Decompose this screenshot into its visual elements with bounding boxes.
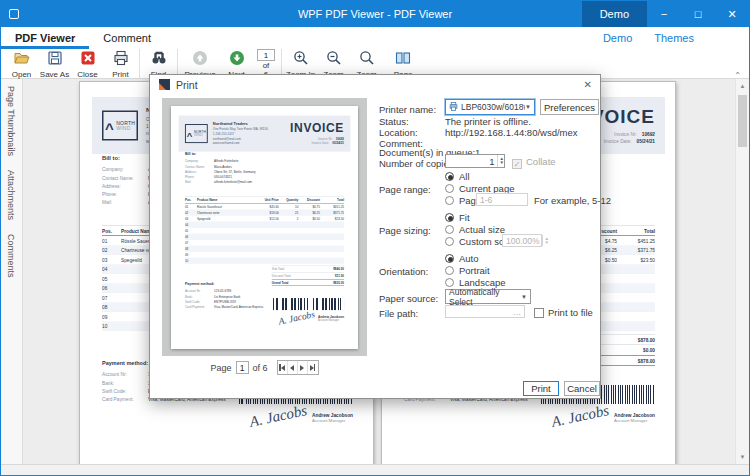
custom-scale-input[interactable]: 100.00% ▲▼ [502,234,542,247]
sidebar-item-page-thumbnails[interactable]: Page Thumbnails [6,79,16,163]
cancel-button[interactable]: Cancel [564,381,600,396]
tab-comment[interactable]: Comment [89,27,165,49]
print-to-file-checkbox[interactable] [534,308,544,318]
paper-source-combo[interactable]: Automatically Select ▼ [445,289,531,304]
printer-name-label: Printer name: [379,104,436,115]
company-name: Northwind Traders [213,122,268,126]
sidebar-item-attachments[interactable]: Attachments [6,163,16,227]
copies-spinner[interactable]: ▲▼ [497,155,504,167]
pages-hint: For example, 5-12 [534,195,611,206]
radio-current-page[interactable] [445,184,454,193]
page-range-label: Page range: [379,184,431,195]
company-info-line: www.northwind.com [213,141,268,146]
close-document-button[interactable]: Close [71,49,104,79]
radio-all[interactable] [445,172,454,181]
status-label: Status: [379,116,409,127]
previous-up-arrow-icon [192,50,208,70]
radio-portrait[interactable] [445,266,454,275]
save-icon [47,50,63,70]
printer-small-icon [449,102,458,113]
collate-checkbox[interactable]: ✓ [512,159,522,169]
print-dialog-icon [159,79,170,92]
demo-badge[interactable]: Demo [582,1,647,27]
combo-arrow-icon: ▼ [521,294,527,300]
bill-to-label: Contact Name: [102,174,148,182]
payment-label: Card Payment: [185,305,214,310]
range-all-option[interactable]: All [445,171,470,182]
invoice-document: ^ NORTHWIND Northwind Traders One Portal… [171,106,358,349]
sizing-actual-option[interactable]: Actual size [445,224,505,235]
orientation-auto-option[interactable]: Auto [445,253,479,264]
print-button[interactable]: Print [104,49,137,79]
invoice-items-table: Pos.Product NameUnit PriceQuantityDiscou… [185,197,344,264]
save-as-button[interactable]: Save As [38,49,71,79]
preferences-button[interactable]: Preferences [540,99,599,115]
signature-script: A. Jacobs [248,403,308,429]
scrollbar-thumb[interactable] [738,95,747,147]
file-path-input[interactable]: ... [445,305,525,318]
sidebar-item-comments[interactable]: Comments [6,227,16,285]
custom-scale-spinner[interactable]: ▲▼ [542,235,549,246]
print-dialog-titlebar: Print [150,75,600,95]
status-bar [1,464,749,476]
printer-name-value: LBP6030w/6018w [461,102,525,112]
print-confirm-button[interactable]: Print [523,381,559,396]
payment-label: Bank: [102,379,148,387]
vertical-scrollbar[interactable]: ▲ ▼ [735,79,749,464]
demo-link[interactable]: Demo [603,32,632,44]
scroll-down-icon[interactable]: ▼ [736,450,749,464]
invoice-col-header: Pos. [185,198,197,201]
preview-page-navigation: Page of 6 [162,360,367,375]
northwind-logo: ^ NORTHWIND [102,111,138,141]
invoice-date-label: Invoice Date: [604,138,632,144]
invoice-table-header: Pos.Product NameUnit PriceQuantityDiscou… [185,197,344,204]
next-page-nav-button[interactable] [298,361,308,374]
printer-name-combo[interactable]: LBP6030w/6018w ▼ [445,99,535,115]
ribbon: PDF Viewer Comment Demo Themes Open ▼ [1,27,749,79]
dialog-close-icon[interactable]: ✕ [584,79,592,90]
browse-button[interactable]: ... [513,306,524,317]
sizing-fit-option[interactable]: Fit [445,212,470,223]
radio-auto[interactable] [445,254,454,263]
page-number-input[interactable] [257,49,275,61]
minimize-button[interactable]: − [647,1,681,27]
collate-label: Collate [526,156,556,167]
last-page-button[interactable] [308,361,318,374]
radio-actual-size[interactable] [445,225,454,234]
signature-role: Account Manager [614,418,655,423]
first-page-button[interactable] [278,361,288,374]
scroll-up-icon[interactable]: ▲ [736,79,749,93]
collate-option: ✓Collate [512,156,556,169]
bill-to-label: Company: [102,166,148,174]
orientation-portrait-option[interactable]: Portrait [445,265,490,276]
invoice-col-header: Pos. [102,228,121,234]
file-path-label: File path: [379,308,418,319]
zoom-in-icon [293,50,309,70]
copies-input[interactable]: 1 ▲▼ [445,154,505,168]
paper-source-label: Paper source: [379,293,438,304]
combo-arrow-icon: ▼ [525,104,531,110]
radio-fit[interactable] [445,213,454,222]
pages-input[interactable]: 1-6 [476,193,528,206]
bill-to-label: Address: [102,182,148,190]
print-to-file-option[interactable]: Print to file [534,307,593,318]
preview-page-input[interactable] [236,361,249,374]
previous-page-nav-button[interactable] [288,361,298,374]
radio-custom-scale[interactable] [445,237,454,246]
payment-label: Card Payment: [102,395,148,403]
bill-to-label: Mail: [102,199,148,207]
radio-pages[interactable] [445,196,454,205]
print-dialog-title: Print [176,79,198,91]
next-down-arrow-icon [229,50,245,70]
open-folder-icon [14,50,30,70]
northwind-logo: ^ NORTHWIND [185,124,208,143]
themes-link[interactable]: Themes [654,32,694,44]
invoice-col-header: Total [617,228,655,234]
maximize-button[interactable]: □ [681,1,715,27]
payment-label: Swift Code: [102,387,148,395]
tab-pdf-viewer[interactable]: PDF Viewer [1,27,89,49]
print-preview-frame: ^ NORTHWIND Northwind Traders One Portal… [162,98,367,356]
zoom-icon [359,50,375,70]
close-button[interactable]: ✕ [715,1,749,27]
invoice-nr: 10692 [642,131,655,137]
